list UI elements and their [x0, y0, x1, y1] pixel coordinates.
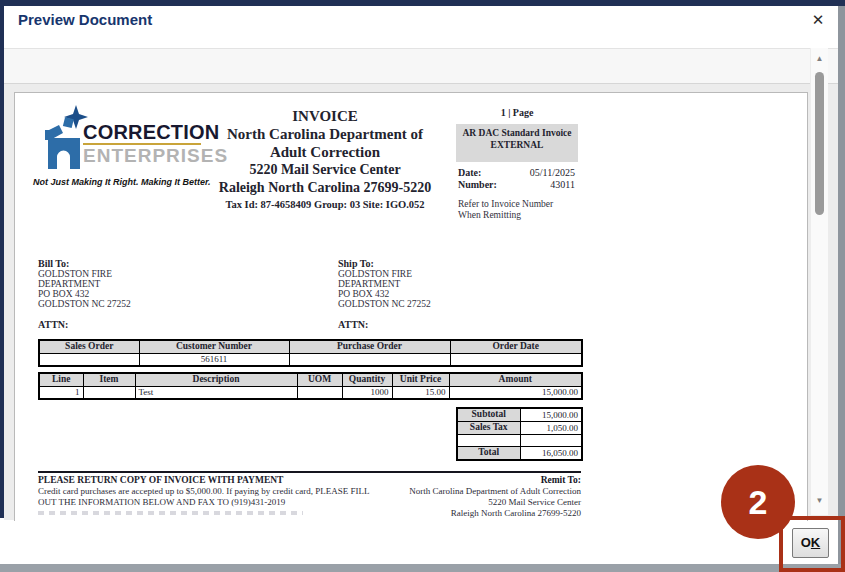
pdf-toolbar: ••• − + of 2 •••: [4, 48, 838, 84]
order-date-value: [450, 354, 582, 367]
org-name-line2: Adult Correction: [195, 143, 455, 161]
annotation-step-number: 2: [749, 483, 768, 522]
ship-to-line: GOLDSTON FIRE: [338, 269, 508, 279]
bill-to-line: GOLDSTON FIRE: [38, 269, 208, 279]
modal-top-border: [0, 0, 845, 6]
bill-to-block: Bill To: GOLDSTON FIRE DEPARTMENT PO BOX…: [38, 259, 208, 309]
remit-to-block: Remit To: North Carolina Department of A…: [395, 475, 581, 519]
customer-number-value: 561611: [139, 354, 289, 367]
preview-document-modal: Preview Document ✕ ••• − + of 2: [0, 0, 845, 572]
scroll-up-icon[interactable]: ▲: [811, 52, 828, 66]
form-name-line1: AR DAC Standard Invoice: [456, 127, 578, 139]
annotation-step-badge: 2: [721, 465, 795, 539]
col-description: Description: [135, 373, 297, 387]
bill-to-line: GOLDSTON NC 27252: [38, 299, 208, 309]
item-code-value: [83, 387, 135, 400]
total-row: Total 16,050.00: [457, 447, 582, 461]
ship-to-attn: ATTN:: [338, 319, 368, 330]
bill-to-attn: ATTN:: [38, 319, 68, 330]
bill-to-line: DEPARTMENT: [38, 279, 208, 289]
col-unit-price: Unit Price: [392, 373, 449, 387]
refer-note-line2: When Remitting: [458, 210, 521, 221]
invoice-title: INVOICE: [195, 107, 455, 125]
number-value: 43011: [550, 179, 575, 190]
items-header-row: Line Item Description UOM Quantity Unit …: [39, 373, 582, 387]
blank-total-row: [457, 435, 582, 447]
background-bottom-edge: [0, 564, 845, 572]
ship-to-block: Ship To: GOLDSTON FIRE DEPARTMENT PO BOX…: [338, 259, 508, 309]
org-name-line1: North Carolina Department of: [195, 125, 455, 143]
number-label: Number:: [458, 179, 497, 190]
remit-to-line2: 5220 Mail Service Center: [395, 497, 581, 508]
col-amount: Amount: [449, 373, 582, 387]
col-uom: UOM: [297, 373, 342, 387]
total-value: 16,050.00: [520, 447, 582, 461]
col-quantity: Quantity: [342, 373, 392, 387]
col-purchase-order: Purchase Order: [289, 340, 450, 354]
totals-table: Subtotal 15,000.00 Sales Tax 1,050.00 To…: [456, 407, 583, 461]
invoice-page: CORRECTION ENTERPRISES Not Just Making I…: [14, 92, 808, 521]
invoice-date-row: Date: 05/11/2025: [458, 167, 575, 178]
subtotal-row: Subtotal 15,000.00: [457, 408, 582, 422]
payment-note-body: Credit card purchases are accepted up to…: [38, 486, 403, 508]
remit-to-line3: Raleigh North Carolina 27699-5220: [395, 508, 581, 519]
line-items-table: Line Item Description UOM Quantity Unit …: [38, 372, 583, 400]
background-right-edge: [838, 6, 845, 564]
item-line-value: 1: [39, 387, 83, 400]
refer-note-line1: Refer to Invoice Number: [458, 199, 553, 210]
purchase-order-value: [289, 354, 450, 367]
col-line: Line: [39, 373, 83, 387]
item-amount-value: 15,000.00: [449, 387, 582, 400]
item-description-value: Test: [135, 387, 297, 400]
item-row: 1 Test 1000 15.00 15,000.00: [39, 387, 582, 400]
clipped-text-line: [38, 511, 303, 515]
org-address1: 5220 Mail Service Center: [195, 161, 455, 179]
subtotal-value: 15,000.00: [520, 408, 582, 422]
blank-value: [520, 435, 582, 447]
ship-to-line: PO BOX 432: [338, 289, 508, 299]
bill-to-line: PO BOX 432: [38, 289, 208, 299]
annotation-highlight-box: [779, 516, 845, 572]
payment-note-line2: Credit card purchases are accepted up to…: [38, 486, 403, 497]
date-label: Date:: [458, 167, 481, 178]
order-table-header-row: Sales Order Customer Number Purchase Ord…: [39, 340, 582, 354]
footer-divider-rule: [38, 471, 581, 473]
viewer-scrollbar[interactable]: ▲ ▼: [810, 48, 828, 515]
form-name-box: AR DAC Standard Invoice EXTERNAL: [456, 124, 578, 162]
org-address2: Raleigh North Carolina 27699-5220: [195, 179, 455, 197]
blank-label: [457, 435, 520, 447]
close-icon[interactable]: ✕: [806, 8, 830, 32]
order-info-table: Sales Order Customer Number Purchase Ord…: [38, 339, 583, 367]
total-label: Total: [457, 447, 520, 461]
bill-to-label: Bill To:: [38, 258, 69, 269]
invoice-header: INVOICE North Carolina Department of Adu…: [195, 107, 455, 213]
ship-to-label: Ship To:: [338, 258, 374, 269]
sales-order-value: [39, 354, 139, 367]
col-order-date: Order Date: [450, 340, 582, 354]
remit-to-line1: North Carolina Department of Adult Corre…: [395, 486, 581, 497]
item-uom-value: [297, 387, 342, 400]
scrollbar-thumb[interactable]: [815, 72, 824, 215]
page-indicator: 1 | Page: [456, 107, 578, 118]
ship-to-line: GOLDSTON NC 27252: [338, 299, 508, 309]
payment-note-line3: OUT THE INFORMATION BELOW AND FAX TO (91…: [38, 497, 403, 508]
col-customer-number: Customer Number: [139, 340, 289, 354]
sales-tax-value: 1,050.00: [520, 422, 582, 435]
tax-id-line: Tax Id: 87-4658409 Group: 03 Site: IGO.0…: [195, 197, 455, 213]
modal-title: Preview Document: [18, 11, 152, 28]
col-sales-order: Sales Order: [39, 340, 139, 354]
item-quantity-value: 1000: [342, 387, 392, 400]
remit-to-label: Remit To:: [541, 475, 581, 485]
col-item: Item: [83, 373, 135, 387]
sales-tax-row: Sales Tax 1,050.00: [457, 422, 582, 435]
order-table-row: 561611: [39, 354, 582, 367]
payment-note-line1: PLEASE RETURN COPY OF INVOICE WITH PAYME…: [38, 475, 403, 485]
date-value: 05/11/2025: [530, 167, 575, 178]
ship-to-line: DEPARTMENT: [338, 279, 508, 289]
logo-tagline: Not Just Making It Right. Making It Bett…: [33, 177, 211, 187]
scroll-down-icon[interactable]: ▼: [811, 494, 828, 508]
invoice-number-row: Number: 43011: [458, 179, 575, 190]
item-unit-price-value: 15.00: [392, 387, 449, 400]
sales-tax-label: Sales Tax: [457, 422, 520, 435]
subtotal-label: Subtotal: [457, 408, 520, 422]
